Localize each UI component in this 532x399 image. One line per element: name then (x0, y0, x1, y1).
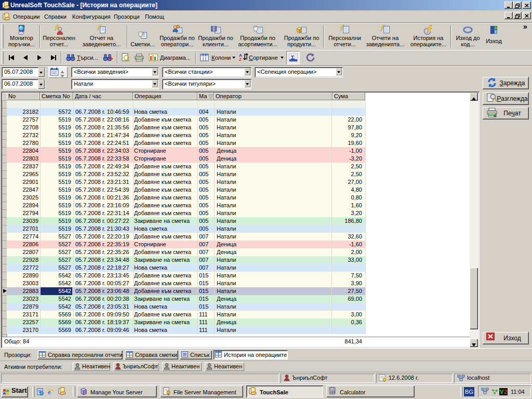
svg-text:2: 2 (504, 389, 507, 395)
svg-text:Z: Z (239, 57, 242, 61)
svg-text:e: e (48, 388, 51, 396)
svg-text:Σ: Σ (291, 54, 295, 60)
svg-text:V: V (500, 389, 504, 395)
